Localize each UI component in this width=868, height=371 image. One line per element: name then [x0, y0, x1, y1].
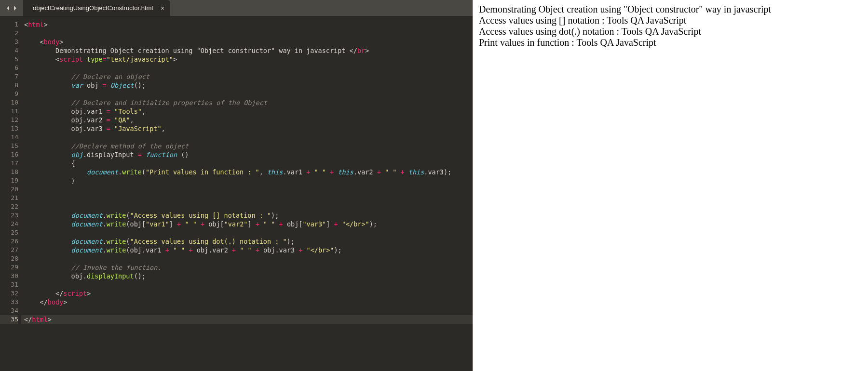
code-line[interactable]: obj.displayInput();	[21, 272, 473, 280]
line-number: 30	[0, 272, 18, 280]
code-line[interactable]: obj.var1 = "Tools",	[21, 107, 473, 116]
code-line[interactable]: document.write("Access values using dot(…	[21, 237, 473, 246]
line-number: 18	[0, 168, 18, 176]
line-number: 10	[0, 98, 18, 107]
code-line[interactable]: //Declare method of the object	[21, 142, 473, 150]
code-line[interactable]	[21, 280, 473, 289]
code-line[interactable]: </script>	[21, 289, 473, 298]
line-number: 34	[0, 306, 18, 315]
line-number: 1	[0, 20, 18, 29]
code-line[interactable]: {	[21, 159, 473, 168]
line-number: 17	[0, 159, 18, 168]
code-line[interactable]	[21, 90, 473, 98]
line-number: 2	[0, 29, 18, 38]
active-tab[interactable]: objectCreatingUsingObjectConstructor.htm…	[23, 0, 170, 16]
code-line[interactable]: obj.displayInput = function ()	[21, 150, 473, 159]
line-number: 15	[0, 142, 18, 150]
line-number: 3	[0, 38, 18, 46]
code-line[interactable]: document.write(obj["var1"] + " " + obj["…	[21, 220, 473, 228]
code-line[interactable]: </html>	[21, 315, 473, 324]
line-number: 25	[0, 228, 18, 237]
code-line[interactable]	[21, 133, 473, 142]
line-number: 23	[0, 211, 18, 220]
forward-icon	[13, 6, 17, 11]
line-number: 7	[0, 72, 18, 81]
code-line[interactable]: // Declare an object	[21, 72, 473, 81]
line-number: 9	[0, 90, 18, 98]
code-area[interactable]: 1234567891011121314151617181920212223242…	[0, 16, 473, 371]
code-line[interactable]: // Invoke the function.	[21, 263, 473, 272]
line-number: 19	[0, 176, 18, 185]
code-line[interactable]: }	[21, 176, 473, 185]
code-line[interactable]: document.write("Print values in function…	[21, 168, 473, 176]
code-line[interactable]: // Declare and initialize properties of …	[21, 98, 473, 107]
line-number: 33	[0, 298, 18, 306]
code-line[interactable]: document.write(obj.var1 + " " + obj.var2…	[21, 246, 473, 254]
code-line[interactable]: obj.var2 = "QA",	[21, 116, 473, 124]
code-line[interactable]	[21, 185, 473, 194]
code-line[interactable]: </body>	[21, 298, 473, 306]
code-line[interactable]	[21, 306, 473, 315]
code-line[interactable]: <html>	[21, 20, 473, 29]
tab-bar-rest	[170, 0, 473, 16]
browser-output: Demonstrating Object creation using "Obj…	[473, 0, 868, 371]
line-number: 31	[0, 280, 18, 289]
line-number: 14	[0, 133, 18, 142]
code-line[interactable]	[21, 29, 473, 38]
tab-bar: objectCreatingUsingObjectConstructor.htm…	[0, 0, 473, 16]
line-gutter: 1234567891011121314151617181920212223242…	[0, 16, 21, 371]
line-number: 4	[0, 46, 18, 55]
code-line[interactable]	[21, 254, 473, 263]
close-icon[interactable]: ×	[161, 4, 164, 12]
code-line[interactable]: document.write("Access values using [] n…	[21, 211, 473, 220]
line-number: 20	[0, 185, 18, 194]
line-number: 13	[0, 124, 18, 133]
nav-arrows[interactable]	[0, 0, 23, 16]
code-line[interactable]: <script type="text/javascript">	[21, 55, 473, 64]
code-line[interactable]	[21, 194, 473, 202]
line-number: 12	[0, 116, 18, 124]
line-number: 32	[0, 289, 18, 298]
code-line[interactable]	[21, 202, 473, 211]
output-line: Print values in function : Tools QA Java…	[479, 37, 862, 48]
line-number: 21	[0, 194, 18, 202]
code-line[interactable]: Demonstrating Object creation using "Obj…	[21, 46, 473, 55]
line-number: 11	[0, 107, 18, 116]
line-number: 24	[0, 220, 18, 228]
line-number: 29	[0, 263, 18, 272]
line-number: 28	[0, 254, 18, 263]
line-number: 27	[0, 246, 18, 254]
back-icon	[6, 6, 11, 11]
editor-pane: objectCreatingUsingObjectConstructor.htm…	[0, 0, 473, 371]
code-line[interactable]: var obj = Object();	[21, 81, 473, 90]
code-line[interactable]	[21, 64, 473, 72]
line-number: 26	[0, 237, 18, 246]
code-line[interactable]	[21, 228, 473, 237]
code-line[interactable]: <body>	[21, 38, 473, 46]
line-number: 6	[0, 64, 18, 72]
output-line: Access values using [] notation : Tools …	[479, 15, 862, 26]
line-number: 35	[0, 315, 18, 324]
line-number: 5	[0, 55, 18, 64]
code-line[interactable]: obj.var3 = "JavaScript",	[21, 124, 473, 133]
line-number: 8	[0, 81, 18, 90]
line-number: 16	[0, 150, 18, 159]
tab-title: objectCreatingUsingObjectConstructor.htm…	[33, 4, 153, 12]
output-line: Access values using dot(.) notation : To…	[479, 26, 862, 37]
output-line: Demonstrating Object creation using "Obj…	[479, 4, 862, 15]
code-content[interactable]: <html> <body> Demonstrating Object creat…	[21, 16, 473, 371]
line-number: 22	[0, 202, 18, 211]
